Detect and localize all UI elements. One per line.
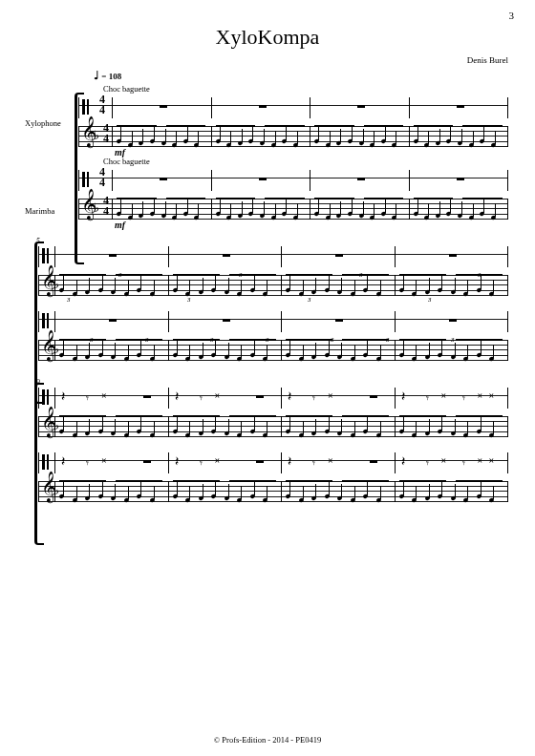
note-stem-icon xyxy=(481,341,482,354)
note-stem-icon xyxy=(341,343,342,356)
cross-notehead-icon: × xyxy=(101,456,107,466)
beam-icon xyxy=(462,198,503,200)
beam-icon xyxy=(342,480,389,482)
beam-icon xyxy=(116,415,162,417)
whole-rest-icon xyxy=(457,178,464,180)
note-stem-icon xyxy=(165,201,166,215)
measure-9-perc: 𝄽 𝄾 × xyxy=(55,388,169,409)
note-stem-icon xyxy=(254,482,255,495)
note-stem-icon xyxy=(354,421,355,434)
staff-marimba-treble: 𝄞 ♭ 44 mf xyxy=(78,197,508,221)
part-marimba: 𝄞 ♭ 3 3 3 3 3 3 3 xyxy=(38,309,508,363)
note-stem-icon xyxy=(220,200,221,213)
note-stem-icon xyxy=(264,201,265,215)
cross-notehead-icon: × xyxy=(328,456,333,466)
note-stem-icon xyxy=(254,276,255,289)
note-stem-icon xyxy=(154,280,155,293)
note-stem-icon xyxy=(416,280,417,293)
beam-icon xyxy=(456,339,503,341)
measure-3-perc xyxy=(310,97,410,118)
note-stem-icon xyxy=(63,341,64,354)
note-stem-icon xyxy=(228,278,229,291)
beam-icon xyxy=(173,339,220,341)
system-bracket-icon xyxy=(34,246,37,399)
beam-icon xyxy=(216,198,256,200)
beam-icon xyxy=(229,339,276,341)
note-stem-icon xyxy=(455,484,456,497)
beam-icon xyxy=(286,274,332,276)
cross-notehead-icon: × xyxy=(215,391,221,401)
rest-icon xyxy=(256,460,264,463)
note-stem-icon xyxy=(89,419,90,432)
beam-icon xyxy=(342,274,389,276)
note-stem-icon xyxy=(439,201,440,215)
directive-xylophone: Choc baguette xyxy=(103,84,508,94)
note-stem-icon xyxy=(228,419,229,432)
staff-xylophone-treble: 𝄞 ♭ 3 3 3 3 3 3 3 3 xyxy=(38,273,508,298)
part-xylophone: 𝄞 ♭ 3 3 3 3 3 3 3 3 xyxy=(38,244,508,298)
note-stem-icon xyxy=(128,280,129,293)
note-stem-icon xyxy=(254,417,255,430)
note-stem-icon xyxy=(330,203,331,217)
note-stem-icon xyxy=(483,200,484,213)
note-stem-icon xyxy=(177,276,178,289)
note-stem-icon xyxy=(303,486,304,499)
note-stem-icon xyxy=(241,486,242,499)
note-stem-icon xyxy=(341,484,342,497)
note-stem-icon xyxy=(76,421,77,434)
beam-icon xyxy=(286,339,332,341)
note-stem-icon xyxy=(241,280,242,293)
whole-rest-icon xyxy=(259,105,267,108)
part-xylophone: 44 𝄞 ♭ 44 mf xyxy=(78,95,508,149)
beam-icon xyxy=(173,415,220,417)
note-stem-icon xyxy=(318,200,319,213)
note-stem-icon xyxy=(429,419,430,432)
beam-icon xyxy=(456,274,503,276)
note-stem-icon xyxy=(417,200,418,213)
note-stem-icon xyxy=(441,276,442,289)
whole-rest-icon xyxy=(259,178,267,180)
note-stem-icon xyxy=(242,201,243,215)
note-stem-icon xyxy=(89,343,90,356)
rest-icon xyxy=(370,460,377,463)
note-stem-icon xyxy=(267,280,268,293)
whole-rest-icon xyxy=(335,319,343,322)
whole-rest-icon xyxy=(109,319,117,322)
note-stem-icon xyxy=(367,482,368,495)
composer-name: Denis Burel xyxy=(27,55,508,65)
whole-rest-icon xyxy=(357,178,365,180)
tempo-note-icon: ♩ xyxy=(94,69,99,83)
note-stem-icon xyxy=(341,419,342,432)
note-stem-icon xyxy=(493,421,494,434)
beam-icon xyxy=(117,198,157,200)
beam-icon xyxy=(456,415,503,417)
note-stem-icon xyxy=(215,482,216,495)
note-stem-icon xyxy=(329,341,330,354)
footer-copyright: © Profs-Edition - 2014 - PE0419 xyxy=(0,735,535,745)
note-stem-icon xyxy=(403,276,404,289)
note-stem-icon xyxy=(189,486,190,499)
note-stem-icon xyxy=(493,486,494,499)
note-stem-icon xyxy=(441,417,442,430)
measure-2-perc xyxy=(212,97,311,118)
whole-rest-icon xyxy=(109,254,117,257)
note-stem-icon xyxy=(267,421,268,434)
note-stem-icon xyxy=(303,421,304,434)
note-stem-icon xyxy=(76,345,77,358)
note-stem-icon xyxy=(289,417,290,430)
note-stem-icon xyxy=(120,200,121,213)
cross-notehead-icon: × xyxy=(489,456,495,466)
note-stem-icon xyxy=(203,484,203,497)
note-stem-icon xyxy=(140,276,141,289)
barlines xyxy=(78,199,508,220)
note-stem-icon xyxy=(315,278,316,291)
part-xylophone: 𝄽 𝄾 × 𝄽 𝄾 × 𝄽 𝄾 × xyxy=(38,386,508,439)
note-stem-icon xyxy=(203,278,203,291)
note-stem-icon xyxy=(128,345,129,358)
beam-icon xyxy=(116,339,162,341)
note-stem-icon xyxy=(481,482,482,495)
score-title: XyloKompa xyxy=(27,25,508,50)
note-stem-icon xyxy=(340,201,341,215)
note-stem-icon xyxy=(254,341,255,354)
measure-4-perc xyxy=(410,97,509,118)
